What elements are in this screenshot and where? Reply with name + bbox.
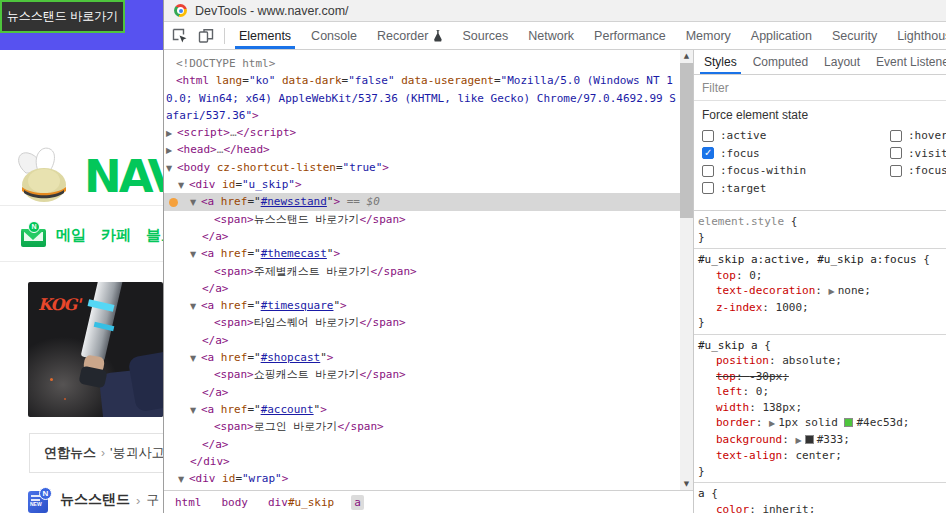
dom-node[interactable]: ▼<a href="#account"> [164, 401, 680, 418]
css-property[interactable]: left: 0; [698, 384, 943, 400]
checkbox:active[interactable] [702, 130, 714, 142]
color-swatch[interactable] [844, 418, 853, 427]
sidebar-tab-layout[interactable]: Layout [816, 50, 868, 74]
checkbox:hover[interactable] [890, 130, 902, 142]
checkbox:visited[interactable] [890, 147, 902, 159]
dom-node[interactable]: ▼<body cz-shortcut-listen="true"> [164, 159, 680, 176]
checkbox:focus-visible[interactable] [890, 165, 902, 177]
expander-open-icon[interactable]: ▼ [190, 402, 201, 418]
css-property[interactable]: text-align: center; [698, 448, 943, 464]
sidebar-tab-event-listeners[interactable]: Event Listeners [868, 50, 946, 74]
scroll-down-arrow[interactable]: ▼ [680, 478, 693, 490]
dom-node[interactable]: afari/537.36"> [164, 107, 680, 124]
elements-scrollbar[interactable]: ▲ ▼ [680, 50, 693, 490]
expander-closed-icon[interactable]: ▶ [166, 125, 177, 141]
dom-node[interactable]: ▼<a href="#themecast"> [164, 245, 680, 262]
dom-node[interactable]: </a> [164, 280, 680, 297]
tab-performance[interactable]: Performance [584, 22, 676, 49]
device-toolbar-icon[interactable] [198, 28, 214, 44]
tab-recorder[interactable]: Recorder [367, 22, 452, 49]
rule-open-line[interactable]: #u_skip a:active, #u_skip a:focus { [698, 252, 943, 268]
tab-lighthouse[interactable]: Lighthouse [887, 22, 946, 49]
tab-network[interactable]: Network [518, 22, 584, 49]
checkbox:focus-within[interactable] [702, 165, 714, 177]
service-link-메일[interactable]: 메일 [56, 226, 86, 243]
dom-node[interactable]: ▼<div id="wrap"> [164, 470, 680, 487]
sidebar-tab-styles[interactable]: Styles [696, 50, 745, 74]
scrollbar-thumb[interactable] [680, 63, 693, 218]
ad-banner-image[interactable]: KOG' [28, 282, 163, 417]
rule-open-line[interactable]: element.style { [698, 214, 943, 230]
dom-node[interactable]: ▶<script>…</script> [164, 124, 680, 141]
dom-node[interactable]: <span>주제별캐스트 바로가기</span> [164, 263, 680, 280]
tab-security[interactable]: Security [822, 22, 887, 49]
dom-node[interactable]: ▶<head>…</head> [164, 141, 680, 158]
dom-node[interactable]: <span>쇼핑캐스트 바로가기</span> [164, 366, 680, 383]
css-property[interactable]: z-index: 1000; [698, 300, 943, 316]
css-property[interactable]: top: -30px; [698, 369, 943, 385]
expander-open-icon[interactable]: ▼ [166, 160, 177, 176]
state-row:active: :active [702, 127, 806, 145]
css-property[interactable]: background: ▶#333; [698, 432, 943, 449]
css-property[interactable]: text-decoration: ▶none; [698, 283, 943, 300]
scroll-up-arrow[interactable]: ▲ [680, 50, 693, 62]
newsstand-bar[interactable]: NEW N 뉴스스탠드 › 구 [28, 487, 159, 513]
service-link-카페[interactable]: 카페 [101, 226, 131, 243]
expander-open-icon[interactable]: ▼ [190, 194, 201, 210]
dom-node[interactable]: ▼<a href="#timesquare"> [164, 297, 680, 314]
expander-open-icon[interactable]: ▼ [178, 177, 189, 193]
css-property[interactable]: position: absolute; [698, 353, 943, 369]
breadcrumb-html[interactable]: html [172, 495, 205, 510]
expand-arrow-icon[interactable]: ▶ [769, 419, 775, 428]
expander-open-icon[interactable]: ▼ [190, 246, 201, 262]
naver-logo-area[interactable]: NAVER [0, 50, 163, 205]
dom-node[interactable]: <span>뉴스스탠드 바로가기</span> [164, 211, 680, 228]
tab-elements[interactable]: Elements [229, 22, 301, 49]
dom-node[interactable]: </div> [164, 453, 680, 470]
css-property[interactable]: top: 0; [698, 268, 943, 284]
dom-node-selected[interactable]: ▼<a href="#newsstand"> == $0 [164, 193, 680, 210]
dom-node[interactable]: </a> [164, 228, 680, 245]
css-property[interactable]: border: ▶1px solid #4ec53d; [698, 415, 943, 432]
tab-console[interactable]: Console [301, 22, 367, 49]
expand-arrow-icon[interactable]: ▶ [795, 436, 801, 445]
dom-node[interactable]: </a> [164, 332, 680, 349]
checkbox:focus[interactable] [702, 147, 714, 159]
breadcrumb-body[interactable]: body [219, 495, 252, 510]
tab-memory[interactable]: Memory [676, 22, 741, 49]
dom-breakpoint-dot[interactable] [169, 198, 178, 207]
styles-filter-input[interactable]: Filter [694, 75, 946, 101]
dom-node[interactable]: 0.0; Win64; x64) AppleWebKit/537.36 (KHT… [164, 90, 680, 107]
dom-node[interactable]: </a> [164, 384, 680, 401]
tab-sources[interactable]: Sources [452, 22, 518, 49]
tab-application[interactable]: Application [741, 22, 822, 49]
breadcrumb-div[interactable]: div#u_skip [265, 495, 337, 510]
dom-node[interactable]: </a> [164, 436, 680, 453]
dom-node[interactable]: <!DOCTYPE html> [164, 55, 680, 72]
dom-node[interactable]: <span>타임스퀘어 바로가기</span> [164, 314, 680, 331]
dom-node[interactable]: ▼<div id="u_skip"> [164, 176, 680, 193]
dom-node[interactable]: ▼<a href="#shopcast"> [164, 349, 680, 366]
expander-closed-icon[interactable]: ▶ [166, 142, 177, 158]
rule-open-line[interactable]: a { [698, 486, 943, 502]
breadcrumb-a[interactable]: a [351, 495, 364, 510]
css-property[interactable]: color: inherit; [698, 502, 943, 513]
code-token: <span> [214, 265, 254, 278]
news-ticker[interactable]: 연합뉴스 › '붕괴사고 [29, 433, 163, 473]
checkbox:target[interactable] [702, 182, 714, 194]
expander-open-icon[interactable]: ▼ [190, 298, 201, 314]
inspect-element-icon[interactable] [172, 28, 188, 44]
expander-open-icon[interactable]: ▼ [190, 350, 201, 366]
service-link-블로그[interactable]: 블로그 [146, 226, 163, 243]
dom-node[interactable]: <span>로그인 바로가기</span> [164, 418, 680, 435]
sidebar-tab-computed[interactable]: Computed [745, 50, 816, 74]
expander-open-icon[interactable]: ▼ [178, 471, 189, 487]
state-row:focus: :focus [702, 145, 806, 163]
rule-open-line[interactable]: #u_skip a { [698, 338, 943, 354]
newsstand-skip-button[interactable]: 뉴스스탠드 바로가기 [0, 0, 125, 33]
expand-arrow-icon[interactable]: ▶ [829, 287, 835, 296]
color-swatch[interactable] [805, 435, 814, 444]
mail-icon[interactable]: N [20, 222, 47, 249]
dom-node[interactable]: <html lang="ko" data-dark="false" data-u… [164, 72, 680, 89]
css-property[interactable]: width: 138px; [698, 400, 943, 416]
